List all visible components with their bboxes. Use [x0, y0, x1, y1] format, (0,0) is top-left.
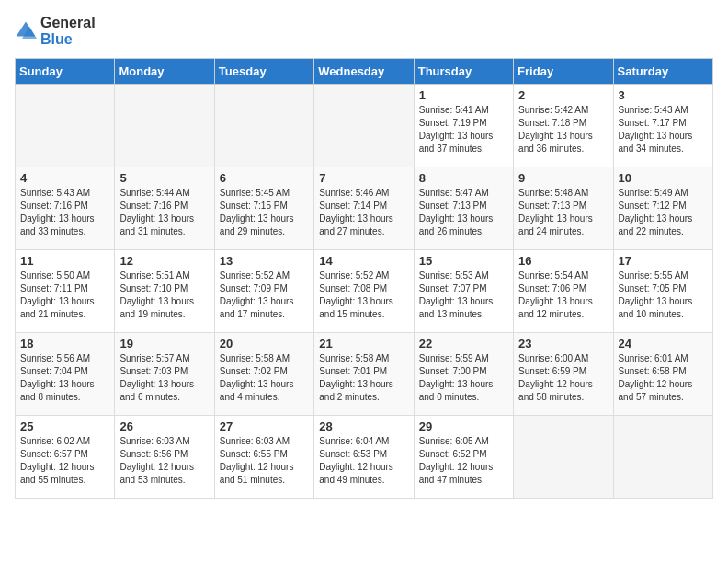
- calendar-day-cell: 10Sunrise: 5:49 AMSunset: 7:12 PMDayligh…: [613, 167, 712, 250]
- calendar-week-row: 25Sunrise: 6:02 AMSunset: 6:57 PMDayligh…: [16, 416, 713, 499]
- calendar-day-cell: 25Sunrise: 6:02 AMSunset: 6:57 PMDayligh…: [16, 416, 115, 499]
- day-info: Sunrise: 5:48 AMSunset: 7:13 PMDaylight:…: [518, 187, 608, 238]
- day-info: Sunrise: 5:45 AMSunset: 7:15 PMDaylight:…: [220, 187, 309, 238]
- day-info: Sunrise: 6:05 AMSunset: 6:52 PMDaylight:…: [419, 435, 508, 487]
- calendar-day-cell: 5Sunrise: 5:44 AMSunset: 7:16 PMDaylight…: [115, 167, 214, 250]
- calendar-day-cell: 9Sunrise: 5:48 AMSunset: 7:13 PMDaylight…: [514, 167, 613, 250]
- day-number: 10: [619, 171, 708, 185]
- calendar-day-cell: 11Sunrise: 5:50 AMSunset: 7:11 PMDayligh…: [16, 250, 115, 333]
- calendar-day-cell: 27Sunrise: 6:03 AMSunset: 6:55 PMDayligh…: [214, 416, 313, 499]
- day-info: Sunrise: 5:56 AMSunset: 7:04 PMDaylight:…: [20, 352, 109, 404]
- calendar-day-cell: [514, 416, 613, 499]
- calendar-day-cell: [16, 85, 115, 167]
- calendar-day-cell: 13Sunrise: 5:52 AMSunset: 7:09 PMDayligh…: [214, 250, 313, 333]
- page-header: General Blue: [15, 15, 713, 47]
- day-number: 7: [319, 171, 408, 185]
- calendar-day-cell: 8Sunrise: 5:47 AMSunset: 7:13 PMDaylight…: [414, 167, 513, 250]
- day-info: Sunrise: 5:55 AMSunset: 7:05 PMDaylight:…: [619, 270, 708, 321]
- calendar-week-row: 11Sunrise: 5:50 AMSunset: 7:11 PMDayligh…: [16, 250, 713, 333]
- day-number: 26: [119, 419, 209, 433]
- calendar-day-cell: [613, 416, 712, 499]
- calendar-day-cell: 19Sunrise: 5:57 AMSunset: 7:03 PMDayligh…: [115, 333, 214, 416]
- day-number: 11: [20, 254, 109, 268]
- day-number: 3: [619, 88, 708, 102]
- weekday-header: Monday: [115, 59, 214, 85]
- day-info: Sunrise: 5:54 AMSunset: 7:06 PMDaylight:…: [518, 270, 608, 321]
- weekday-header: Thursday: [414, 59, 513, 85]
- calendar-day-cell: 2Sunrise: 5:42 AMSunset: 7:18 PMDaylight…: [514, 85, 613, 167]
- day-number: 5: [119, 171, 209, 185]
- day-info: Sunrise: 5:50 AMSunset: 7:11 PMDaylight:…: [20, 270, 109, 321]
- day-number: 22: [419, 337, 508, 350]
- logo: General Blue: [15, 15, 96, 47]
- calendar-day-cell: 7Sunrise: 5:46 AMSunset: 7:14 PMDaylight…: [314, 167, 414, 250]
- calendar-day-cell: [214, 85, 313, 167]
- calendar-day-cell: 24Sunrise: 6:01 AMSunset: 6:58 PMDayligh…: [613, 333, 712, 416]
- calendar-day-cell: [115, 85, 214, 167]
- logo-blue: Blue: [40, 31, 73, 47]
- day-info: Sunrise: 5:43 AMSunset: 7:17 PMDaylight:…: [619, 104, 708, 155]
- day-info: Sunrise: 5:53 AMSunset: 7:07 PMDaylight:…: [419, 270, 508, 321]
- calendar-day-cell: 4Sunrise: 5:43 AMSunset: 7:16 PMDaylight…: [16, 167, 115, 250]
- day-number: 25: [20, 419, 109, 433]
- calendar-day-cell: 26Sunrise: 6:03 AMSunset: 6:56 PMDayligh…: [115, 416, 214, 499]
- calendar-day-cell: 1Sunrise: 5:41 AMSunset: 7:19 PMDaylight…: [414, 85, 513, 167]
- day-info: Sunrise: 5:41 AMSunset: 7:19 PMDaylight:…: [419, 104, 508, 155]
- calendar-day-cell: 20Sunrise: 5:58 AMSunset: 7:02 PMDayligh…: [214, 333, 313, 416]
- day-number: 13: [220, 254, 309, 268]
- calendar-day-cell: [314, 85, 414, 167]
- day-number: 1: [419, 88, 508, 102]
- day-number: 18: [20, 337, 109, 350]
- day-info: Sunrise: 5:43 AMSunset: 7:16 PMDaylight:…: [20, 187, 109, 238]
- day-info: Sunrise: 5:58 AMSunset: 7:01 PMDaylight:…: [319, 352, 408, 404]
- day-info: Sunrise: 5:51 AMSunset: 7:10 PMDaylight:…: [119, 270, 209, 321]
- day-info: Sunrise: 5:59 AMSunset: 7:00 PMDaylight:…: [419, 352, 508, 404]
- day-number: 16: [518, 254, 608, 268]
- day-number: 20: [220, 337, 309, 350]
- calendar-day-cell: 3Sunrise: 5:43 AMSunset: 7:17 PMDaylight…: [613, 85, 712, 167]
- calendar-day-cell: 12Sunrise: 5:51 AMSunset: 7:10 PMDayligh…: [115, 250, 214, 333]
- calendar-week-row: 18Sunrise: 5:56 AMSunset: 7:04 PMDayligh…: [16, 333, 713, 416]
- day-number: 15: [419, 254, 508, 268]
- weekday-header: Friday: [514, 59, 613, 85]
- day-info: Sunrise: 6:02 AMSunset: 6:57 PMDaylight:…: [20, 435, 109, 487]
- day-info: Sunrise: 6:03 AMSunset: 6:56 PMDaylight:…: [119, 435, 209, 487]
- weekday-header: Sunday: [16, 59, 115, 85]
- day-number: 29: [419, 419, 508, 433]
- day-number: 24: [619, 337, 708, 350]
- calendar-day-cell: 15Sunrise: 5:53 AMSunset: 7:07 PMDayligh…: [414, 250, 513, 333]
- day-number: 14: [319, 254, 408, 268]
- day-number: 23: [518, 337, 608, 350]
- day-info: Sunrise: 5:52 AMSunset: 7:08 PMDaylight:…: [319, 270, 408, 321]
- day-number: 2: [518, 88, 608, 102]
- day-number: 12: [119, 254, 209, 268]
- day-number: 28: [319, 419, 408, 433]
- day-info: Sunrise: 6:01 AMSunset: 6:58 PMDaylight:…: [619, 352, 708, 404]
- logo-text: General Blue: [40, 15, 96, 47]
- day-info: Sunrise: 6:04 AMSunset: 6:53 PMDaylight:…: [319, 435, 408, 487]
- calendar-table: SundayMondayTuesdayWednesdayThursdayFrid…: [15, 58, 713, 499]
- weekday-header: Wednesday: [314, 59, 414, 85]
- calendar-day-cell: 6Sunrise: 5:45 AMSunset: 7:15 PMDaylight…: [214, 167, 313, 250]
- calendar-day-cell: 18Sunrise: 5:56 AMSunset: 7:04 PMDayligh…: [16, 333, 115, 416]
- calendar-day-cell: 29Sunrise: 6:05 AMSunset: 6:52 PMDayligh…: [414, 416, 513, 499]
- weekday-header: Saturday: [613, 59, 712, 85]
- day-number: 21: [319, 337, 408, 350]
- day-number: 19: [119, 337, 209, 350]
- calendar-day-cell: 16Sunrise: 5:54 AMSunset: 7:06 PMDayligh…: [514, 250, 613, 333]
- day-info: Sunrise: 5:57 AMSunset: 7:03 PMDaylight:…: [119, 352, 209, 404]
- day-info: Sunrise: 5:44 AMSunset: 7:16 PMDaylight:…: [119, 187, 209, 238]
- day-info: Sunrise: 5:58 AMSunset: 7:02 PMDaylight:…: [220, 352, 309, 404]
- calendar-week-row: 4Sunrise: 5:43 AMSunset: 7:16 PMDaylight…: [16, 167, 713, 250]
- calendar-day-cell: 14Sunrise: 5:52 AMSunset: 7:08 PMDayligh…: [314, 250, 414, 333]
- day-info: Sunrise: 5:52 AMSunset: 7:09 PMDaylight:…: [220, 270, 309, 321]
- day-info: Sunrise: 5:49 AMSunset: 7:12 PMDaylight:…: [619, 187, 708, 238]
- calendar-header-row: SundayMondayTuesdayWednesdayThursdayFrid…: [16, 59, 713, 85]
- calendar-week-row: 1Sunrise: 5:41 AMSunset: 7:19 PMDaylight…: [16, 85, 713, 167]
- calendar-day-cell: 17Sunrise: 5:55 AMSunset: 7:05 PMDayligh…: [613, 250, 712, 333]
- day-info: Sunrise: 6:03 AMSunset: 6:55 PMDaylight:…: [220, 435, 309, 487]
- day-number: 27: [220, 419, 309, 433]
- day-number: 9: [518, 171, 608, 185]
- day-info: Sunrise: 5:46 AMSunset: 7:14 PMDaylight:…: [319, 187, 408, 238]
- logo-icon: [15, 20, 37, 42]
